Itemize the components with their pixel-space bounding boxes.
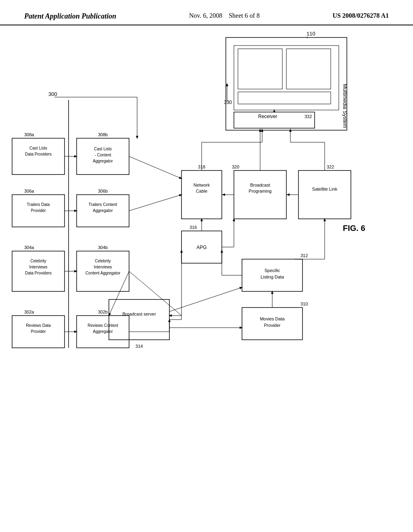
306a-line2: Provider <box>31 208 46 213</box>
svg-rect-37 <box>109 299 169 340</box>
svg-rect-2 <box>238 49 282 89</box>
306b-line2: Aggregator <box>93 208 113 213</box>
label-110: 110 <box>307 31 315 37</box>
306a-line1: Trailers Data <box>27 202 50 207</box>
308a-line2: Data Providers <box>25 152 52 156</box>
label-304b: 304b <box>98 245 108 250</box>
network-cable-label: Network <box>194 183 210 187</box>
diagram-svg: 110 Multimedia System 330 Receiver 332 N… <box>0 25 413 517</box>
svg-text:Programing: Programing <box>249 189 272 193</box>
308a-line1: Cast Lists <box>29 146 47 150</box>
svg-rect-3 <box>286 49 331 89</box>
label-300: 300 <box>48 91 57 97</box>
svg-line-54 <box>109 271 129 316</box>
broadcast-prog-label: Broadcast <box>250 183 270 187</box>
svg-rect-4 <box>238 92 331 104</box>
satellite-link-label: Satellite Link <box>312 187 338 191</box>
publication-date: Nov. 6, 2008 <box>189 12 223 19</box>
label-330: 330 <box>224 100 232 105</box>
svg-rect-9 <box>181 170 222 219</box>
304b-line2: Interviews <box>94 265 112 269</box>
label-316: 316 <box>190 225 197 230</box>
label-332: 332 <box>305 114 312 119</box>
302a-line2: Provider <box>31 329 46 334</box>
sheet-info: Sheet 6 of 8 <box>229 12 260 19</box>
patent-number: US 2008/0276278 A1 <box>332 12 389 19</box>
label-310: 310 <box>300 301 308 306</box>
label-302b: 302b <box>98 310 108 314</box>
304a-line3: Data Providers <box>25 271 52 275</box>
304a-line2: Interviews <box>29 265 47 269</box>
306b-line1: Trailers Content <box>89 202 117 207</box>
label-302a: 302a <box>24 310 34 314</box>
svg-rect-18 <box>298 170 351 219</box>
svg-rect-45 <box>12 138 65 175</box>
308b-line1: Cast Lists <box>94 147 112 151</box>
svg-line-52 <box>129 271 181 316</box>
multimedia-system-label: Multimedia System <box>342 84 348 128</box>
svg-text:Listing Data: Listing Data <box>261 274 284 279</box>
svg-text:Cable: Cable <box>196 189 208 193</box>
svg-text:Provider: Provider <box>264 323 281 328</box>
label-322: 322 <box>327 164 334 169</box>
publication-title: Patent Application Publication <box>24 12 116 21</box>
label-308b: 308b <box>98 132 108 137</box>
304b-line1: Celebrity <box>95 259 111 263</box>
302b-line2: Aggregator <box>93 329 113 334</box>
svg-line-44 <box>129 156 181 179</box>
label-320: 320 <box>232 164 239 169</box>
308b-line3: Aggregator <box>93 159 113 163</box>
patent-diagram: 110 Multimedia System 330 Receiver 332 N… <box>0 25 413 517</box>
304b-line3: Content Aggregator <box>86 271 121 275</box>
label-308a: 308a <box>24 132 34 137</box>
header-center: Nov. 6, 2008 Sheet 6 of 8 <box>189 12 260 19</box>
movies-data-label: Movies Data <box>260 316 285 321</box>
304a-line1: Celebrity <box>30 259 46 263</box>
receiver-label: Receiver <box>258 114 277 119</box>
svg-line-41 <box>169 287 242 312</box>
fig-label: FIG. 6 <box>343 224 365 233</box>
308b-line2: - Content <box>94 153 111 157</box>
svg-line-48 <box>129 195 181 211</box>
label-306a: 306a <box>24 189 34 193</box>
label-314: 314 <box>136 344 143 349</box>
svg-rect-14 <box>234 170 286 219</box>
label-304a: 304a <box>24 245 34 250</box>
label-306b: 306b <box>98 189 108 193</box>
302b-line1: Reviews Content <box>88 323 118 328</box>
302a-line1: Reviews Data <box>26 323 51 328</box>
specific-listing-label: Specific <box>265 268 280 273</box>
label-312: 312 <box>300 253 308 258</box>
apg-label: APG <box>196 245 206 250</box>
page-header: Patent Application Publication Nov. 6, 2… <box>0 0 413 25</box>
